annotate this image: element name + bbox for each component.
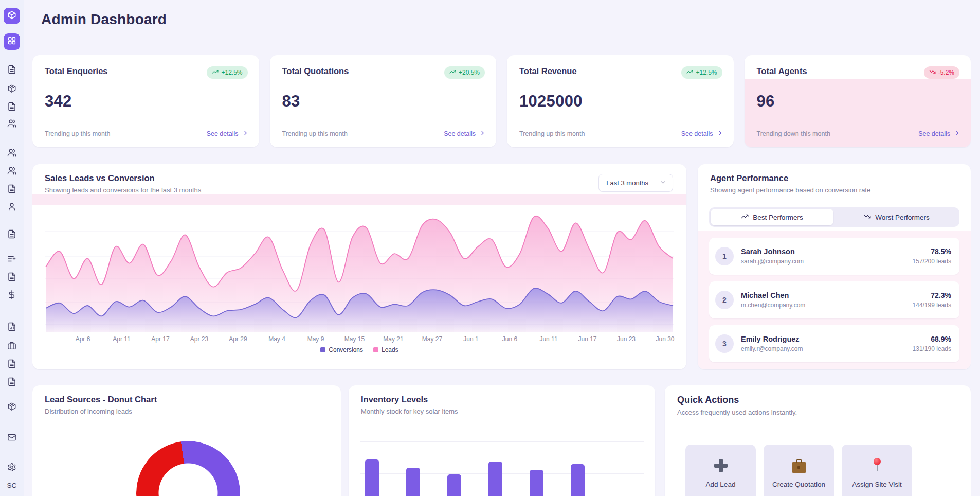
arrow-right-icon xyxy=(478,130,485,138)
arrow-right-icon xyxy=(716,130,722,138)
stat-card-footer: Trending down this month xyxy=(757,130,830,137)
file-text-icon[interactable] xyxy=(7,65,16,74)
lead-sources-title: Lead Sources - Donut Chart xyxy=(45,395,329,404)
quick-action-label: Create Quotation xyxy=(772,481,825,488)
x-tick: Apr 11 xyxy=(113,335,130,343)
agent-leads-count: 157/200 leads xyxy=(913,258,951,265)
see-details-link[interactable]: See details xyxy=(918,130,959,138)
chevron-down-icon xyxy=(660,179,666,187)
stat-card-value: 1025000 xyxy=(507,79,734,111)
user-icon[interactable] xyxy=(7,202,16,211)
bar-chart xyxy=(349,385,655,496)
agent-email: m.chen@company.com xyxy=(741,302,805,309)
agent-email: emily.r@company.com xyxy=(741,345,803,352)
x-tick: Apr 29 xyxy=(229,335,247,343)
trending-down-icon xyxy=(863,212,871,222)
x-tick: Jun 30 xyxy=(656,335,674,343)
package-icon[interactable] xyxy=(7,84,16,93)
legend-swatch xyxy=(320,347,325,352)
stat-card-title: Total Enqueries xyxy=(45,66,108,76)
stat-card-value: 96 xyxy=(745,79,971,111)
users-icon[interactable] xyxy=(7,119,16,128)
stat-card-footer: Trending up this month xyxy=(282,130,348,137)
x-tick: Jun 23 xyxy=(617,335,636,343)
agent-conversion-rate: 68.9% xyxy=(913,335,951,343)
package-icon[interactable] xyxy=(7,402,16,411)
trending-up-icon xyxy=(449,68,456,77)
x-tick: May 15 xyxy=(344,335,365,343)
trending-up-icon xyxy=(212,68,219,77)
x-tick: Apr 6 xyxy=(76,335,90,343)
agent-panel-title: Agent Performance xyxy=(710,173,958,183)
settings-icon[interactable] xyxy=(7,463,16,472)
x-tick: Apr 17 xyxy=(151,335,169,343)
quick-action-create-quotation[interactable]: Create Quotation xyxy=(764,445,834,496)
agent-rank: 3 xyxy=(715,334,734,353)
trend-badge: +20.5% xyxy=(444,66,485,79)
see-details-link[interactable]: See details xyxy=(444,130,485,138)
file-text-icon[interactable] xyxy=(7,229,16,239)
file-text-icon[interactable] xyxy=(7,377,16,386)
donut-chart xyxy=(136,441,240,496)
arrow-right-icon xyxy=(241,130,248,138)
see-details-link[interactable]: See details xyxy=(681,130,722,138)
users-icon[interactable] xyxy=(7,148,16,157)
file-chart-icon[interactable] xyxy=(7,322,16,331)
date-range-select[interactable]: Last 3 months xyxy=(598,174,673,192)
header-divider xyxy=(33,44,971,44)
list-plus-icon[interactable] xyxy=(7,254,16,263)
quick-action-tiles: Add Lead Create Quotation Assign Site Vi… xyxy=(685,445,912,496)
trend-badge: +12.5% xyxy=(207,66,247,79)
agent-name: Michael Chen xyxy=(741,291,805,299)
stat-cards-row: Total Enqueries +12.5% 342 Trending up t… xyxy=(32,55,971,147)
see-details-link[interactable]: See details xyxy=(207,130,248,138)
page-title: Admin Dashboard xyxy=(41,11,167,28)
mail-icon[interactable] xyxy=(7,433,16,442)
inventory-bar xyxy=(530,470,543,496)
stat-card: Total Quotations +20.5% 83 Trending up t… xyxy=(270,55,497,147)
area-chart xyxy=(45,215,674,335)
x-tick: May 27 xyxy=(422,335,442,343)
tab-worst-performers[interactable]: Worst Performers xyxy=(835,209,958,225)
agent-email: sarah.j@company.com xyxy=(741,258,804,265)
trending-up-icon xyxy=(741,212,749,222)
x-tick: Jun 6 xyxy=(502,335,517,343)
agent-name: Emily Rodriguez xyxy=(741,335,803,343)
quick-actions-card: Quick Actions Access frequently used act… xyxy=(665,385,971,496)
sales-chart-card: Sales Leads vs Conversion Showing leads … xyxy=(32,164,686,369)
agent-list: 1 Sarah Johnson sarah.j@company.com 78.5… xyxy=(709,238,959,369)
inventory-bar xyxy=(365,459,379,496)
agent-row: 1 Sarah Johnson sarah.j@company.com 78.5… xyxy=(709,238,959,275)
tab-best-performers[interactable]: Best Performers xyxy=(711,209,833,225)
agent-rank: 1 xyxy=(715,247,734,265)
briefcase-icon[interactable] xyxy=(7,341,16,350)
agent-conversion-rate: 78.5% xyxy=(913,247,951,256)
legend-item: Conversions xyxy=(320,346,363,353)
file-text-icon[interactable] xyxy=(7,272,16,281)
x-tick: May 21 xyxy=(383,335,403,343)
file-text-icon[interactable] xyxy=(7,102,16,111)
stat-card: Total Revenue +12.5% 1025000 Trending up… xyxy=(507,55,734,147)
layout-grid-icon xyxy=(7,36,16,47)
date-range-value: Last 3 months xyxy=(606,179,648,187)
gridline xyxy=(360,441,644,442)
users-icon[interactable] xyxy=(7,166,16,175)
app-logo[interactable] xyxy=(4,8,20,24)
cube-icon xyxy=(7,10,16,22)
agent-rank: 2 xyxy=(715,291,734,309)
file-text-icon[interactable] xyxy=(7,184,16,193)
sidebar: SC xyxy=(0,0,24,496)
agent-name: Sarah Johnson xyxy=(741,247,804,256)
dollar-icon[interactable] xyxy=(7,290,16,299)
quick-action-assign-site-visit[interactable]: Assign Site Visit xyxy=(842,445,912,496)
chart-legend: ConversionsLeads xyxy=(32,346,686,353)
agent-leads-count: 144/199 leads xyxy=(913,302,951,309)
file-text-icon[interactable] xyxy=(7,359,16,368)
stat-card-title: Total Revenue xyxy=(519,66,577,76)
sidebar-item-dashboard[interactable] xyxy=(4,33,20,50)
trending-down-icon xyxy=(929,68,936,77)
sales-chart-title: Sales Leads vs Conversion xyxy=(45,173,201,183)
user-initials[interactable]: SC xyxy=(0,482,24,489)
x-axis-ticks: Apr 6Apr 11Apr 17Apr 23Apr 29May 4May 9M… xyxy=(45,335,674,344)
quick-action-add-lead[interactable]: Add Lead xyxy=(685,445,756,496)
